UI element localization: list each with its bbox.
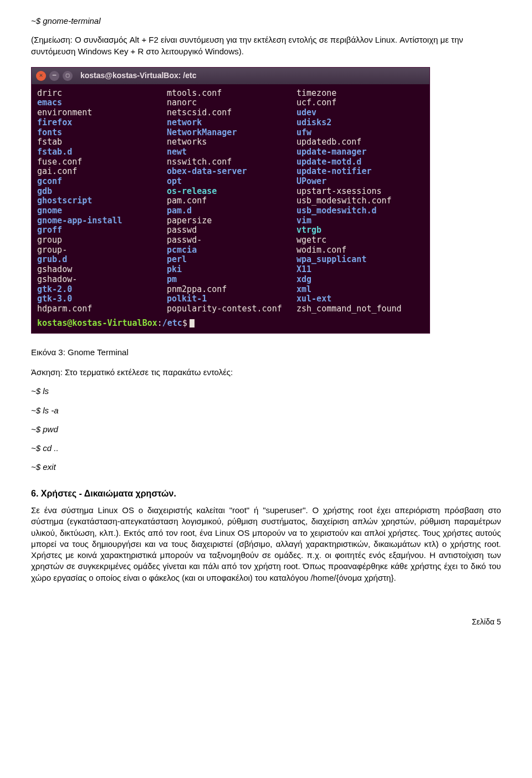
exercise-command: ~$ ls -a: [31, 405, 501, 416]
terminal-body: drirc emacs environment firefox fonts fs…: [32, 84, 429, 318]
ls-entry: fstab: [37, 137, 62, 147]
ls-entry: obex-data-server: [167, 166, 247, 176]
ls-entry: ufw: [296, 127, 311, 137]
ls-entry: xml: [296, 284, 311, 294]
ls-entry: pcmcia: [167, 245, 197, 255]
ls-entry: zsh_command_not_found: [296, 304, 402, 314]
ls-entry: pm: [167, 274, 177, 284]
ls-entry: papersize: [167, 216, 212, 226]
ls-entry: usb_modeswitch.d: [296, 206, 377, 216]
ls-entry: vim: [296, 216, 311, 226]
ls-entry: upstart-xsessions: [296, 186, 382, 196]
ls-entry: passwd: [167, 225, 197, 235]
close-icon[interactable]: ✕: [36, 71, 46, 81]
exercise-commands: ~$ ls~$ ls -a~$ pwd~$ cd ..~$ exit: [31, 386, 501, 473]
ls-entry: gnome-app-install: [37, 216, 122, 226]
intro-command: ~$ gnome-terminal: [31, 16, 501, 27]
ls-entry: networks: [167, 137, 207, 147]
ls-entry: udisks2: [296, 117, 331, 127]
terminal-title: kostas@kostas-VirtualBox: /etc: [80, 70, 196, 81]
ls-entry: ucf.conf: [296, 98, 336, 108]
ls-entry: gshadow: [37, 264, 72, 274]
ls-entry: newt: [167, 147, 187, 157]
prompt-dollar: $: [182, 318, 187, 328]
terminal-window: ✕ – ▢ kostas@kostas-VirtualBox: /etc dri…: [31, 67, 430, 334]
page-number: Σελίδα 5: [31, 617, 501, 627]
ls-entry: polkit-1: [167, 294, 207, 304]
ls-entry: updatedb.conf: [296, 137, 361, 147]
ls-entry: udev: [296, 108, 316, 117]
ls-entry: gdb: [37, 186, 52, 196]
ls-entry: emacs: [37, 98, 62, 108]
terminal-column-2: mtools.conf nanorc netscsid.conf network…: [167, 89, 294, 314]
ls-entry: hdparm.conf: [37, 304, 92, 314]
ls-entry: update-motd.d: [296, 157, 361, 167]
ls-entry: gtk-2.0: [37, 284, 72, 294]
exercise-command: ~$ cd ..: [31, 443, 501, 454]
ls-entry: ghostscript: [37, 196, 92, 206]
ls-entry: grub.d: [37, 254, 67, 264]
ls-entry: groff: [37, 225, 62, 235]
ls-entry: group: [37, 235, 62, 245]
minimize-icon[interactable]: –: [49, 71, 59, 81]
ls-entry: xul-ext: [296, 294, 331, 304]
ls-entry: timezone: [296, 88, 336, 98]
ls-entry: opt: [167, 176, 182, 186]
ls-entry: nsswitch.conf: [167, 157, 232, 167]
exercise-command: ~$ pwd: [31, 424, 501, 435]
ls-entry: NetworkManager: [167, 127, 237, 137]
terminal-column-3: timezone ucf.conf udev udisks2 ufw updat…: [296, 89, 424, 314]
ls-entry: environment: [37, 108, 92, 117]
ls-entry: gshadow-: [37, 274, 77, 284]
ls-entry: passwd-: [167, 235, 202, 245]
ls-entry: pnm2ppa.conf: [167, 284, 227, 294]
ls-entry: wodim.conf: [296, 245, 346, 255]
prompt-user: kostas@kostas-VirtualBox: [37, 318, 157, 328]
ls-entry: update-manager: [296, 147, 366, 157]
ls-entry: wpa_supplicant: [296, 254, 366, 264]
ls-entry: os-release: [167, 186, 217, 196]
ls-entry: xdg: [296, 274, 311, 284]
terminal-prompt[interactable]: kostas@kostas-VirtualBox:/etc$: [32, 318, 429, 333]
exercise-command: ~$ ls: [31, 386, 501, 397]
ls-entry: gtk-3.0: [37, 294, 72, 304]
ls-entry: network: [167, 117, 202, 127]
ls-entry: update-notifier: [296, 166, 371, 176]
ls-entry: netscsid.conf: [167, 108, 232, 117]
ls-entry: gnome: [37, 206, 62, 216]
ls-entry: nanorc: [167, 98, 197, 108]
maximize-icon[interactable]: ▢: [63, 71, 73, 81]
ls-entry: usb_modeswitch.conf: [296, 196, 392, 206]
ls-entry: fonts: [37, 127, 62, 137]
ls-entry: vtrgb: [296, 225, 321, 235]
ls-entry: firefox: [37, 117, 72, 127]
ls-entry: wgetrc: [296, 235, 326, 245]
section-body: Σε ένα σύστημα Linux OS o διαχειριστής κ…: [31, 505, 501, 584]
ls-entry: popularity-contest.conf: [167, 304, 282, 314]
ls-entry: fuse.conf: [37, 157, 82, 167]
ls-entry: pam.d: [167, 206, 192, 216]
figure-caption: Εικόνα 3: Gnome Terminal: [31, 347, 501, 358]
ls-entry: X11: [296, 264, 311, 274]
ls-entry: fstab.d: [37, 147, 72, 157]
ls-entry: gai.conf: [37, 166, 77, 176]
ls-entry: group-: [37, 245, 67, 255]
ls-entry: pam.conf: [167, 196, 207, 206]
exercise-label: Άσκηση: Στο τερματικό εκτέλεσε τις παρακ…: [31, 367, 501, 378]
ls-entry: mtools.conf: [167, 88, 222, 98]
ls-entry: UPower: [296, 176, 326, 186]
exercise-command: ~$ exit: [31, 462, 501, 473]
cursor-icon: [190, 319, 195, 327]
ls-entry: perl: [167, 254, 187, 264]
terminal-titlebar: ✕ – ▢ kostas@kostas-VirtualBox: /etc: [32, 68, 429, 84]
ls-entry: pki: [167, 264, 182, 274]
ls-entry: drirc: [37, 88, 62, 98]
terminal-column-1: drirc emacs environment firefox fonts fs…: [37, 89, 165, 314]
prompt-colon: :: [157, 318, 162, 328]
section-heading: 6. Χρήστες - Δικαιώματα χρηστών.: [31, 488, 501, 500]
ls-entry: gconf: [37, 176, 62, 186]
intro-note: (Σημείωση: Ο συνδιασμός Alt + F2 είναι σ…: [31, 34, 501, 57]
prompt-path: /etc: [162, 318, 182, 328]
